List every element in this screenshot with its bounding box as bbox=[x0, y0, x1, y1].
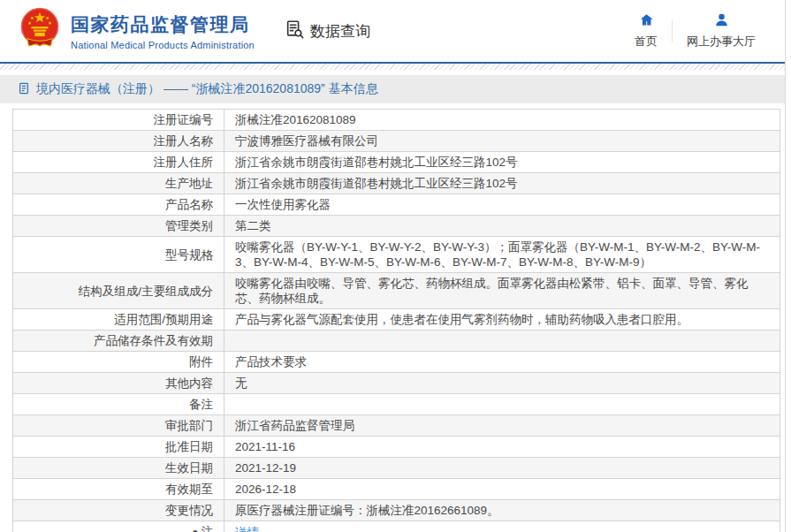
table-row: 生产地址浙江省余姚市朗霞街道邵巷村姚北工业区经三路102号 bbox=[13, 173, 780, 194]
row-label: 生产地址 bbox=[13, 173, 224, 194]
table-row: 备注 bbox=[13, 394, 780, 415]
detail-panel: 注册证编号浙械注准20162081089 注册人名称宁波博雅医疗器械有限公司 注… bbox=[0, 109, 791, 532]
row-value: 浙江省余姚市朗霞街道邵巷村姚北工业区经三路102号 bbox=[224, 152, 780, 173]
site-title: 国家药品监督管理局 bbox=[71, 12, 255, 37]
table-row: 注册人住所浙江省余姚市朗霞街道邵巷村姚北工业区经三路102号 bbox=[13, 152, 780, 173]
data-query-label: 数据查询 bbox=[310, 21, 370, 42]
row-label: 附件 bbox=[13, 352, 224, 373]
row-label: 审批部门 bbox=[13, 415, 224, 437]
row-value: 2026-12-18 bbox=[224, 479, 780, 500]
nav-home[interactable]: 首页 bbox=[620, 12, 672, 49]
table-row: 结构及组成/主要组成成分咬嘴雾化器由咬嘴、导管、雾化芯、药物杯组成。面罩雾化器由… bbox=[13, 273, 780, 309]
table-row: 生效日期2021-12-19 bbox=[13, 458, 780, 479]
row-label: 适用范围/预期用途 bbox=[13, 309, 224, 331]
hatch-band bbox=[0, 64, 786, 70]
table-row: 产品名称一次性使用雾化器 bbox=[13, 194, 780, 216]
row-label: 注册人名称 bbox=[13, 131, 224, 152]
table-row: 适用范围/预期用途产品与雾化器气源配套使用，使患者在使用气雾剂药物时，辅助药物吸… bbox=[13, 309, 780, 331]
site-logo[interactable]: 国家药品监督管理局 National Medical Products Admi… bbox=[19, 6, 255, 56]
table-row: 批准日期2021-11-16 bbox=[13, 437, 780, 458]
table-row: 有效期至2026-12-18 bbox=[13, 479, 780, 500]
table-row: 管理类别第二类 bbox=[13, 216, 780, 237]
table-row: 注册人名称宁波博雅医疗器械有限公司 bbox=[13, 131, 780, 152]
row-label: 其他内容 bbox=[13, 373, 224, 394]
row-value bbox=[224, 394, 780, 415]
table-row: ●注 详情 bbox=[13, 521, 780, 532]
row-value: 宁波博雅医疗器械有限公司 bbox=[224, 131, 780, 152]
table-row: 型号规格咬嘴雾化器（BY-W-Y-1、BY-W-Y-2、BY-W-Y-3）；面罩… bbox=[13, 237, 780, 273]
row-label: 备注 bbox=[13, 394, 224, 415]
row-value bbox=[224, 331, 780, 352]
row-value: 详情 bbox=[224, 521, 780, 532]
nav-home-label: 首页 bbox=[635, 34, 658, 49]
row-value: 产品技术要求 bbox=[224, 352, 780, 373]
document-icon bbox=[18, 82, 30, 97]
row-label: 批准日期 bbox=[13, 437, 224, 458]
row-value: 浙江省余姚市朗霞街道邵巷村姚北工业区经三路102号 bbox=[224, 173, 780, 194]
row-label: 变更情况 bbox=[13, 500, 224, 521]
nav-service-hall[interactable]: 网上办事大厅 bbox=[673, 12, 770, 49]
home-icon bbox=[639, 12, 654, 30]
logo-text: 国家药品监督管理局 National Medical Products Admi… bbox=[71, 12, 255, 50]
nav-service-hall-label: 网上办事大厅 bbox=[687, 34, 756, 49]
breadcrumb: 境内医疗器械（注册） —— “浙械注准20162081089” 基本信息 bbox=[0, 75, 786, 103]
row-label: 注册证编号 bbox=[13, 110, 224, 131]
row-label: 有效期至 bbox=[13, 479, 224, 500]
row-value: 浙江省药品监督管理局 bbox=[224, 415, 780, 437]
details-link[interactable]: 详情 bbox=[235, 526, 259, 532]
document-search-icon bbox=[285, 19, 304, 43]
breadcrumb-text: 境内医疗器械（注册） —— “浙械注准20162081089” 基本信息 bbox=[36, 81, 378, 97]
user-icon bbox=[714, 12, 729, 30]
page: 国家药品监督管理局 National Medical Products Admi… bbox=[0, 0, 791, 532]
row-value: 第二类 bbox=[224, 216, 780, 237]
row-value: 无 bbox=[224, 373, 780, 394]
table-row: 变更情况原医疗器械注册证编号：浙械注准20162661089。 bbox=[13, 500, 780, 521]
site-subtitle: National Medical Products Administration bbox=[71, 40, 255, 50]
table-row: 附件产品技术要求 bbox=[13, 352, 780, 373]
row-value: 浙械注准20162081089 bbox=[224, 110, 780, 131]
row-value: 2021-11-16 bbox=[224, 437, 780, 458]
row-label: 注册人住所 bbox=[13, 152, 224, 173]
header-nav: 首页 网上办事大厅 bbox=[620, 12, 770, 49]
table-row: 注册证编号浙械注准20162081089 bbox=[13, 110, 780, 131]
row-value: 一次性使用雾化器 bbox=[224, 194, 780, 216]
row-label: 型号规格 bbox=[13, 237, 224, 273]
row-label: 管理类别 bbox=[13, 216, 224, 237]
table-row: 其他内容无 bbox=[13, 373, 780, 394]
row-value: 原医疗器械注册证编号：浙械注准20162661089。 bbox=[224, 500, 780, 521]
table-row: 审批部门浙江省药品监督管理局 bbox=[13, 415, 780, 437]
row-value: 产品与雾化器气源配套使用，使患者在使用气雾剂药物时，辅助药物吸入患者口腔用。 bbox=[224, 309, 780, 331]
row-label: 生效日期 bbox=[13, 458, 224, 479]
table-row: 产品储存条件及有效期 bbox=[13, 331, 780, 352]
registration-detail-table: 注册证编号浙械注准20162081089 注册人名称宁波博雅医疗器械有限公司 注… bbox=[12, 109, 780, 532]
row-label: 产品储存条件及有效期 bbox=[13, 331, 224, 352]
row-label: 产品名称 bbox=[13, 194, 224, 216]
row-value: 咬嘴雾化器（BY-W-Y-1、BY-W-Y-2、BY-W-Y-3）；面罩雾化器（… bbox=[224, 237, 780, 273]
row-value: 咬嘴雾化器由咬嘴、导管、雾化芯、药物杯组成。面罩雾化器由松紧带、铝卡、面罩、导管… bbox=[224, 273, 780, 309]
site-header: 国家药品监督管理局 National Medical Products Admi… bbox=[0, 0, 791, 62]
row-label: 结构及组成/主要组成成分 bbox=[13, 273, 224, 309]
china-national-emblem-icon bbox=[19, 6, 60, 56]
data-query-tab[interactable]: 数据查询 bbox=[285, 19, 370, 43]
page-edge-line bbox=[785, 0, 786, 532]
note-icon: ● bbox=[192, 526, 198, 532]
row-label: ●注 bbox=[13, 521, 224, 532]
row-value: 2021-12-19 bbox=[224, 458, 780, 479]
